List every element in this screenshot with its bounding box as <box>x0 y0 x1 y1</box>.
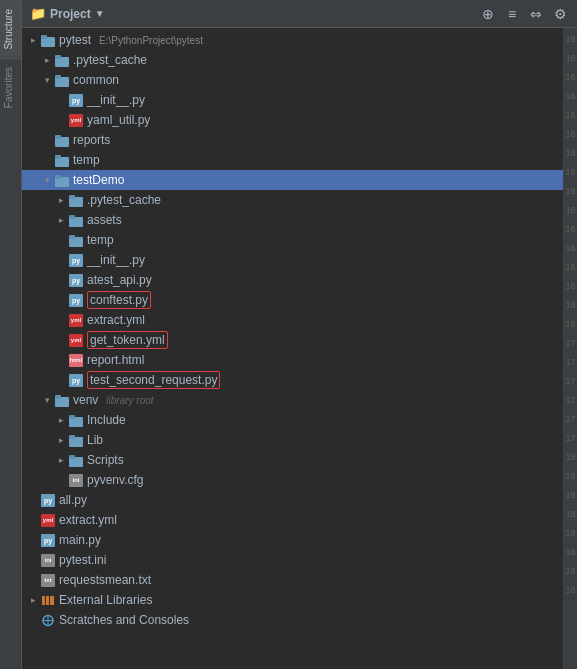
python-icon: py <box>68 92 84 108</box>
gutter-number: 16 <box>564 220 577 238</box>
python-icon: py <box>40 532 56 548</box>
tree-arrow[interactable] <box>54 373 68 387</box>
gutter-number: 16 <box>564 258 577 276</box>
tree-arrow[interactable]: ▸ <box>40 53 54 67</box>
folder-icon <box>68 232 84 248</box>
tree-item[interactable]: pyatest_api.py <box>22 270 563 290</box>
tree-item[interactable]: temp <box>22 150 563 170</box>
tree-item[interactable]: ▸.pytest_cache <box>22 50 563 70</box>
tree-arrow[interactable] <box>54 93 68 107</box>
right-gutter: 1616161616161616161616161616161617171717… <box>563 28 577 669</box>
tree-arrow[interactable]: ▸ <box>54 433 68 447</box>
tree-item[interactable]: pytest_second_request.py <box>22 370 563 390</box>
tree-item[interactable]: ymlextract.yml <box>22 510 563 530</box>
tree-arrow[interactable] <box>26 533 40 547</box>
svg-rect-21 <box>69 415 75 419</box>
tree-item[interactable]: Scratches and Consoles <box>22 610 563 630</box>
tree-arrow[interactable] <box>26 513 40 527</box>
tree-arrow[interactable]: ▾ <box>40 73 54 87</box>
tree-arrow[interactable]: ▸ <box>26 593 40 607</box>
tree-arrow[interactable]: ▾ <box>40 393 54 407</box>
svg-rect-13 <box>69 195 75 199</box>
svg-rect-15 <box>69 215 75 219</box>
gutter-number: 18 <box>564 562 577 580</box>
tree-arrow[interactable] <box>40 153 54 167</box>
tree-item[interactable]: py__init__.py <box>22 90 563 110</box>
tree-label: testDemo <box>73 173 124 187</box>
svg-rect-1 <box>41 35 47 39</box>
tree-item[interactable]: ▸External Libraries <box>22 590 563 610</box>
svg-rect-11 <box>55 175 61 179</box>
favorites-tab[interactable]: Favorites <box>0 58 21 116</box>
tree-label: .pytest_cache <box>73 53 147 67</box>
tree-arrow[interactable] <box>54 333 68 347</box>
gutter-number: 16 <box>564 163 577 181</box>
folder-icon <box>68 412 84 428</box>
tree-label: temp <box>87 233 114 247</box>
tree-item[interactable]: ▸pytestE:\PythonProject\pytest <box>22 30 563 50</box>
tree-arrow[interactable]: ▸ <box>54 453 68 467</box>
header-title: Project <box>50 7 91 21</box>
tree-arrow[interactable] <box>54 353 68 367</box>
tree-item[interactable]: temp <box>22 230 563 250</box>
tree-item[interactable]: htmlreport.html <box>22 350 563 370</box>
tree-arrow[interactable]: ▾ <box>40 173 54 187</box>
tree-item[interactable]: pyconftest.py <box>22 290 563 310</box>
tree-arrow[interactable]: ▸ <box>26 33 40 47</box>
folder-icon <box>54 132 70 148</box>
tree-arrow[interactable] <box>26 613 40 627</box>
tree-item[interactable]: txtrequestsmean.txt <box>22 570 563 590</box>
tree-item[interactable]: ymlextract.yml <box>22 310 563 330</box>
tree-label: all.py <box>59 493 87 507</box>
tree-label: Lib <box>87 433 103 447</box>
tree-item[interactable]: py__init__.py <box>22 250 563 270</box>
highlighted-label: get_token.yml <box>87 331 168 349</box>
tree-item[interactable]: ▾venvlibrary root <box>22 390 563 410</box>
tree-item[interactable]: reports <box>22 130 563 150</box>
tree-item[interactable]: ▸assets <box>22 210 563 230</box>
tree-item[interactable]: ▸.pytest_cache <box>22 190 563 210</box>
tree-item[interactable]: inipytest.ini <box>22 550 563 570</box>
gutter-number: 16 <box>564 125 577 143</box>
tree-arrow[interactable] <box>26 493 40 507</box>
gutter-number: 18 <box>564 581 577 599</box>
tree-label: reports <box>73 133 110 147</box>
structure-tab[interactable]: Structure <box>0 0 21 58</box>
tree-item[interactable]: pymain.py <box>22 530 563 550</box>
tree-item[interactable]: ▸Scripts <box>22 450 563 470</box>
tree-arrow[interactable] <box>26 553 40 567</box>
tree-arrow[interactable] <box>54 233 68 247</box>
tree-item[interactable]: ymlget_token.yml <box>22 330 563 350</box>
collapse-icon[interactable]: ⇔ <box>527 5 545 23</box>
folder-icon <box>54 52 70 68</box>
folder-icon <box>40 32 56 48</box>
tree-item[interactable]: ymlyaml_util.py <box>22 110 563 130</box>
tree-item[interactable]: inipyvenv.cfg <box>22 470 563 490</box>
tree-arrow[interactable]: ▸ <box>54 213 68 227</box>
globe-icon[interactable]: ⊕ <box>479 5 497 23</box>
python-icon: py <box>68 252 84 268</box>
tree-item[interactable]: ▸Lib <box>22 430 563 450</box>
tree-arrow[interactable] <box>54 473 68 487</box>
highlighted-label: test_second_request.py <box>87 371 220 389</box>
header-dropdown[interactable]: ▼ <box>95 8 105 19</box>
tree-arrow[interactable] <box>54 113 68 127</box>
tree-arrow[interactable] <box>54 273 68 287</box>
svg-rect-17 <box>69 235 75 239</box>
tree-item[interactable]: ▾common <box>22 70 563 90</box>
tree-arrow[interactable] <box>54 293 68 307</box>
tree-label: Scratches and Consoles <box>59 613 189 627</box>
tree-arrow[interactable] <box>26 573 40 587</box>
list-icon[interactable]: ≡ <box>503 5 521 23</box>
tree-arrow[interactable]: ▸ <box>54 413 68 427</box>
folder-icon <box>68 452 84 468</box>
tree-arrow[interactable] <box>54 253 68 267</box>
tree-arrow[interactable] <box>54 313 68 327</box>
settings-icon[interactable]: ⚙ <box>551 5 569 23</box>
tree-item[interactable]: pyall.py <box>22 490 563 510</box>
tree-item[interactable]: ▾testDemo <box>22 170 563 190</box>
tree-arrow[interactable]: ▸ <box>54 193 68 207</box>
tree-label: External Libraries <box>59 593 152 607</box>
tree-arrow[interactable] <box>40 133 54 147</box>
tree-item[interactable]: ▸Include <box>22 410 563 430</box>
